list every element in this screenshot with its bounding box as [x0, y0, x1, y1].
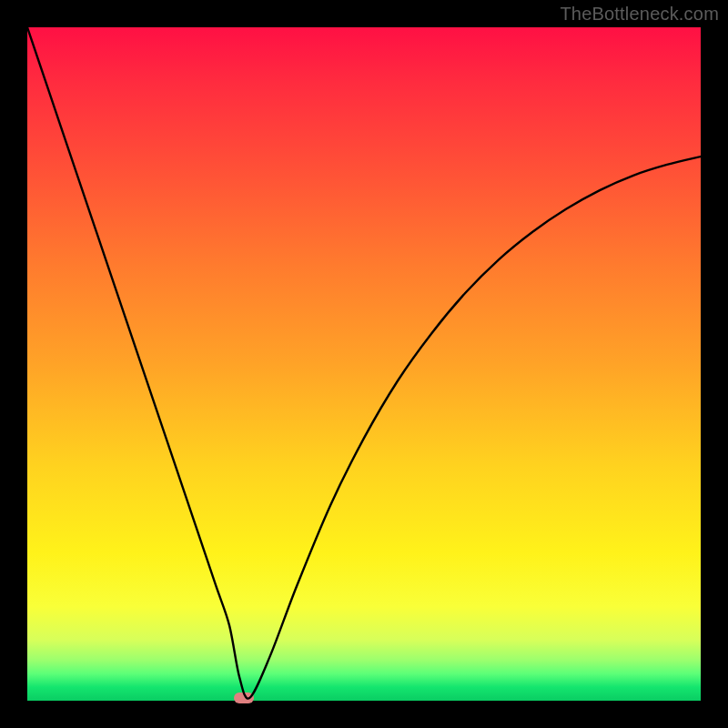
- bottleneck-curve: [27, 27, 701, 699]
- chart-frame: TheBottleneck.com: [0, 0, 728, 728]
- plot-area: [27, 27, 701, 701]
- curve-svg: [27, 27, 701, 701]
- watermark-text: TheBottleneck.com: [560, 4, 719, 25]
